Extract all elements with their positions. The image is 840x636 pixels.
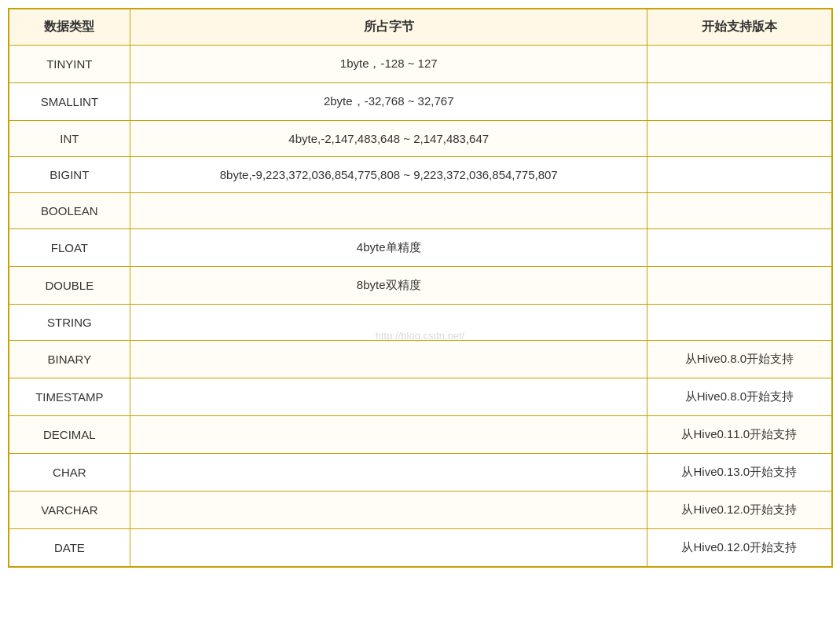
cell-bytes <box>130 305 647 341</box>
cell-bytes <box>130 416 647 454</box>
table-row: BINARY从Hive0.8.0开始支持 <box>9 341 831 378</box>
cell-type: VARCHAR <box>9 492 130 529</box>
table-row: FLOAT4byte单精度 <box>9 229 831 267</box>
cell-type: DECIMAL <box>9 416 130 454</box>
cell-bytes: 8byte,-9,223,372,036,854,775,808 ~ 9,223… <box>130 157 647 193</box>
cell-bytes <box>130 193 647 229</box>
cell-version: 从Hive0.12.0开始支持 <box>647 492 831 529</box>
cell-version: 从Hive0.12.0开始支持 <box>647 529 831 567</box>
cell-type: DOUBLE <box>9 267 130 305</box>
cell-type: CHAR <box>9 454 130 492</box>
cell-bytes <box>130 341 647 378</box>
cell-type: BINARY <box>9 341 130 378</box>
cell-bytes <box>130 492 647 529</box>
table-row: TIMESTAMP从Hive0.8.0开始支持 <box>9 378 831 416</box>
table-row: VARCHAR从Hive0.12.0开始支持 <box>9 492 831 529</box>
table-row: STRING <box>9 305 831 341</box>
header-version: 开始支持版本 <box>647 9 831 46</box>
cell-version: 从Hive0.8.0开始支持 <box>647 341 831 378</box>
cell-bytes: 8byte双精度 <box>130 267 647 305</box>
cell-type: BIGINT <box>9 157 130 193</box>
cell-version <box>647 305 831 341</box>
table-row: DECIMAL从Hive0.11.0开始支持 <box>9 416 831 454</box>
cell-version <box>647 83 831 121</box>
cell-bytes: 2byte，-32,768 ~ 32,767 <box>130 83 647 121</box>
cell-type: STRING <box>9 305 130 341</box>
cell-version <box>647 193 831 229</box>
table-row: TINYINT1byte，-128 ~ 127 <box>9 46 831 83</box>
cell-type: FLOAT <box>9 229 130 267</box>
cell-version: 从Hive0.11.0开始支持 <box>647 416 831 454</box>
cell-bytes: 1byte，-128 ~ 127 <box>130 46 647 83</box>
cell-version: 从Hive0.8.0开始支持 <box>647 378 831 416</box>
cell-bytes <box>130 454 647 492</box>
table-row: INT4byte,-2,147,483,648 ~ 2,147,483,647 <box>9 121 831 157</box>
cell-type: SMALLINT <box>9 83 130 121</box>
cell-type: BOOLEAN <box>9 193 130 229</box>
table-row: BOOLEAN <box>9 193 831 229</box>
cell-type: DATE <box>9 529 130 567</box>
table-row: SMALLINT2byte，-32,768 ~ 32,767 <box>9 83 831 121</box>
cell-type: TINYINT <box>9 46 130 83</box>
header-type: 数据类型 <box>9 9 130 46</box>
cell-version <box>647 121 831 157</box>
table-row: DOUBLE8byte双精度 <box>9 267 831 305</box>
table-row: BIGINT8byte,-9,223,372,036,854,775,808 ~… <box>9 157 831 193</box>
cell-bytes <box>130 378 647 416</box>
cell-version <box>647 157 831 193</box>
cell-version: 从Hive0.13.0开始支持 <box>647 454 831 492</box>
cell-type: INT <box>9 121 130 157</box>
cell-version <box>647 267 831 305</box>
cell-bytes: 4byte单精度 <box>130 229 647 267</box>
cell-bytes <box>130 529 647 567</box>
cell-version <box>647 46 831 83</box>
cell-version <box>647 229 831 267</box>
table-row: DATE从Hive0.12.0开始支持 <box>9 529 831 567</box>
table-row: CHAR从Hive0.13.0开始支持 <box>9 454 831 492</box>
cell-type: TIMESTAMP <box>9 378 130 416</box>
cell-bytes: 4byte,-2,147,483,648 ~ 2,147,483,647 <box>130 121 647 157</box>
header-bytes: 所占字节 <box>130 9 647 46</box>
